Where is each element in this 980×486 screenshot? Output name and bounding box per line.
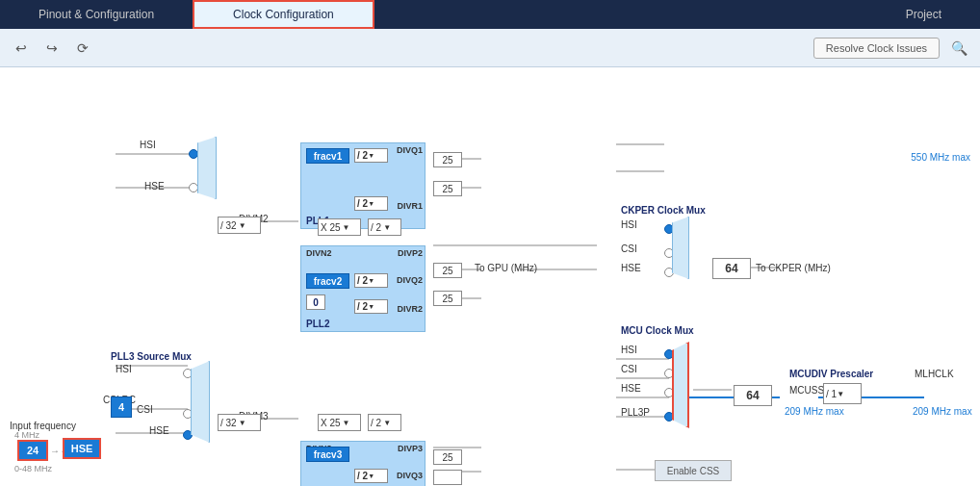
tab-clock-label: Clock Configuration <box>233 8 334 21</box>
pll1-box: PLL1 fracv1 DIVQ1 DIVR1 / 2▼ / 2▼ <box>300 142 426 229</box>
divp2-label: DIVP2 <box>398 248 423 258</box>
search-button[interactable]: 🔍 <box>947 37 970 60</box>
csi-ckper-label: CSI <box>621 243 637 254</box>
divr2-label: DIVR2 <box>397 304 423 314</box>
refresh-button[interactable]: ⟳ <box>71 37 94 60</box>
divq2-label: DIVQ2 <box>397 275 423 285</box>
pll3-source-label: PLL3 Source Mux <box>111 351 192 362</box>
hsi-mcu-label: HSI <box>621 345 637 355</box>
mcudiv-label: MCUDIV Prescaler <box>789 369 873 379</box>
tab-clock[interactable]: Clock Configuration <box>193 0 374 29</box>
toolbar: ↩ ↪ ⟳ Resolve Clock Issues 🔍 <box>0 29 980 67</box>
tab-project[interactable]: Project <box>867 0 980 29</box>
hsi-pll3-label: HSI <box>116 364 132 374</box>
mlhclk-label: MLHCLK <box>915 369 954 379</box>
divq1-label: DIVQ1 <box>397 145 423 155</box>
freq-range-label: 0-48 MHz <box>14 464 52 473</box>
val-64-mcu: 64 <box>734 385 772 406</box>
pll-source-mux-1[interactable] <box>197 137 217 199</box>
divm3-select[interactable]: / 32 ▼ <box>218 414 261 431</box>
redo-button[interactable]: ↪ <box>40 37 64 60</box>
divn2-label: DIVN2 <box>306 248 332 258</box>
tab-pinout[interactable]: Pinout & Configuration <box>0 0 193 29</box>
pll2-box: PLL2 DIVN2 DIVP2 DIVQ2 DIVR2 / 2▼ / 2▼ f… <box>300 245 426 332</box>
divq3-label: DIVQ3 <box>397 471 423 480</box>
csi-mcu-label: CSI <box>621 364 637 374</box>
val-4-box[interactable]: 4 <box>111 396 132 418</box>
divm2-select[interactable]: / 32 ▼ <box>218 217 261 234</box>
pll3p-mcu-label: PLL3P <box>621 407 650 418</box>
wire-layer <box>0 67 980 486</box>
divq2-select[interactable]: / 2▼ <box>354 273 388 288</box>
divr2-select[interactable]: / 2▼ <box>354 299 388 314</box>
div2-select-2[interactable]: / 2 ▼ <box>368 414 401 431</box>
val-25-p3: 25 <box>433 449 462 465</box>
hse-value-box[interactable]: 24 <box>17 440 48 461</box>
max-209-2-label: 209 MHz max <box>913 406 972 417</box>
divr1-select[interactable]: / 2▼ <box>354 196 388 211</box>
mcu-clock-label: MCU Clock Mux <box>621 325 694 336</box>
resolve-clock-button[interactable]: Resolve Clock Issues <box>813 38 940 59</box>
pll3-box: PLL3 DIVN3 DIVP3 DIVQ3 DIVR3 fracv3 / 2▼… <box>300 441 426 486</box>
fracv1-box[interactable]: fracv1 <box>306 148 349 164</box>
div2-select-1[interactable]: / 2 ▼ <box>368 218 401 236</box>
hse-pll3-source-label: HSE <box>149 425 169 436</box>
val-25-r1: 25 <box>433 181 462 196</box>
divr1-label: DIVR1 <box>397 201 423 211</box>
max-550-label: 550 MHz max <box>911 152 970 163</box>
divq1-select[interactable]: / 2▼ <box>354 148 388 163</box>
x25-select-1[interactable]: X 25 ▼ <box>318 218 361 236</box>
hsi-ckper-label: HSI <box>621 219 637 230</box>
val-64-ckper: 64 <box>712 258 751 279</box>
hse-mcu-label: HSE <box>621 383 641 394</box>
x25-select-2[interactable]: X 25 ▼ <box>318 414 361 431</box>
val-25-q1: 25 <box>433 152 462 167</box>
freq-value-label: 4 MHz <box>14 430 39 440</box>
divp3-label: DIVP3 <box>398 444 423 453</box>
hse-input-box[interactable]: HSE <box>63 438 101 459</box>
val-25-q3 <box>433 470 462 485</box>
div1-select[interactable]: / 1 ▼ <box>823 383 862 404</box>
header: Pinout & Configuration Clock Configurati… <box>0 0 980 29</box>
hsi-selector-1[interactable] <box>189 149 198 159</box>
to-ckper-label: To CKPER (MHz) <box>756 263 831 273</box>
enable-css-button[interactable]: Enable CSS <box>655 460 732 481</box>
fracv3-box[interactable]: fracv3 <box>306 447 349 462</box>
tab-project-label: Project <box>906 8 941 21</box>
val-25-p2: 25 <box>433 263 462 278</box>
pll3-source-mux-shape[interactable] <box>191 361 210 443</box>
fracv2-box[interactable]: fracv2 <box>306 273 349 289</box>
ckper-label: CKPER Clock Mux <box>621 205 706 216</box>
hse-top-label: HSE <box>144 181 165 192</box>
pll2-label: PLL2 <box>306 319 329 329</box>
hse-ckper-label: HSE <box>621 263 641 273</box>
val-25-q2: 25 <box>433 291 462 306</box>
ckper-mux-shape[interactable] <box>672 217 689 279</box>
val-0-pll2: 0 <box>306 294 325 310</box>
divq3-select[interactable]: / 2▼ <box>354 469 388 483</box>
hsi-top-label: HSI <box>140 140 156 150</box>
undo-button[interactable]: ↩ <box>10 37 33 60</box>
max-209-1-label: 209 MHz max <box>785 406 844 417</box>
mcu-mux-shape[interactable] <box>672 342 689 428</box>
to-gpu-label: To GPU (MHz) <box>475 263 537 273</box>
clock-diagram: HSI HSE DIVM2 / 32 ▼ PLL1 fracv1 DIVQ1 D… <box>0 67 980 486</box>
hse-selector-1[interactable] <box>189 183 198 192</box>
tab-pinout-label: Pinout & Configuration <box>39 8 154 21</box>
csi-pll3-label: CSI <box>137 404 153 415</box>
